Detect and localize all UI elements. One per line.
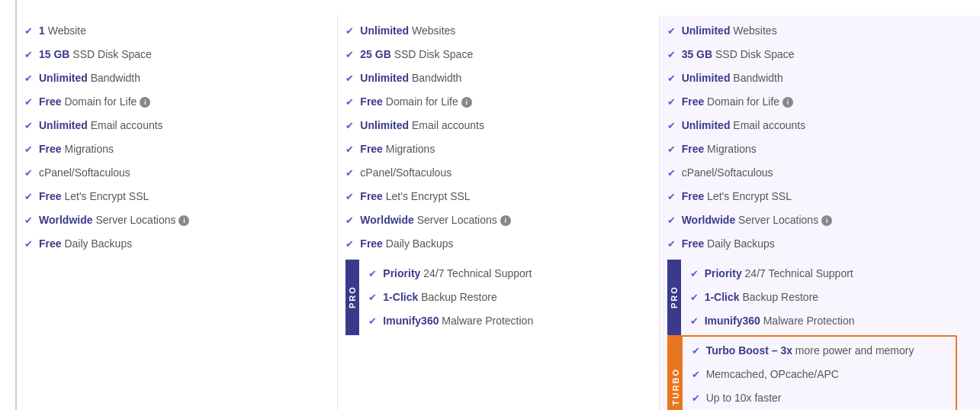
check-icon: ✔ xyxy=(345,95,354,110)
check-icon: ✔ xyxy=(345,189,354,205)
feature-text: Worldwide Server Locationsi xyxy=(682,212,832,228)
plan-column-basic: ✔1 Website✔15 GB SSD Disk Space✔Unlimite… xyxy=(17,15,338,410)
list-item: ✔Imunify360 Malware Protection xyxy=(690,313,953,329)
feature-normal: Website xyxy=(45,24,86,37)
feature-text: Unlimited Email accounts xyxy=(682,118,806,134)
feature-normal: Server Locations xyxy=(93,214,176,226)
check-icon: ✔ xyxy=(667,24,676,39)
feature-bold: Turbo Boost – 3x xyxy=(706,344,792,357)
list-item: ✔Worldwide Server Locationsi xyxy=(345,212,635,228)
feature-bold: Unlimited xyxy=(360,119,409,131)
feature-normal: SSD Disk Space xyxy=(69,48,151,60)
list-item: ✔1-Click Backup Restore xyxy=(368,289,631,305)
check-icon: ✔ xyxy=(667,189,676,205)
feature-normal: Domain for Life xyxy=(62,95,137,108)
list-item: ✔Unlimited Email accounts xyxy=(667,118,957,134)
feature-text: Free Migrations xyxy=(682,141,757,157)
feature-bold: 1 xyxy=(39,24,45,37)
feature-normal: Memcached, OPcache/APC xyxy=(706,368,839,380)
feature-text: 1-Click Backup Restore xyxy=(383,289,496,305)
list-item: ✔Unlimited Bandwidth xyxy=(24,70,314,86)
list-item: ✔Free Domain for Lifei xyxy=(667,94,957,110)
info-icon[interactable]: i xyxy=(782,97,793,108)
feature-bold: Free xyxy=(39,95,62,108)
list-item: ✔1 Website xyxy=(24,23,314,39)
feature-bold: 15 GB xyxy=(39,48,69,60)
feature-normal: 24/7 Technical Support xyxy=(742,267,853,279)
essential-section: ✔Unlimited Websites✔35 GB SSD Disk Space… xyxy=(667,23,957,252)
feature-bold: Free xyxy=(682,143,705,155)
feature-text: Free Let's Encrypt SSL xyxy=(682,189,792,205)
feature-normal: Bandwidth xyxy=(409,72,461,84)
check-icon: ✔ xyxy=(692,391,700,406)
feature-text: cPanel/Softaculous xyxy=(682,165,773,181)
check-icon: ✔ xyxy=(345,166,354,181)
turbo-section: TURBO✔Turbo Boost – 3x more power and me… xyxy=(667,335,957,410)
feature-normal: Domain for Life xyxy=(704,95,779,108)
check-icon: ✔ xyxy=(368,314,377,329)
feature-bold: Worldwide xyxy=(39,214,93,226)
check-icon: ✔ xyxy=(345,213,354,228)
feature-text: Worldwide Server Locationsi xyxy=(39,212,189,228)
feature-normal: Migrations xyxy=(383,143,435,155)
check-icon: ✔ xyxy=(667,47,676,63)
check-icon: ✔ xyxy=(690,314,699,329)
list-item: ✔25 GB SSD Disk Space xyxy=(345,47,635,63)
info-icon[interactable]: i xyxy=(178,215,189,226)
info-icon[interactable]: i xyxy=(461,97,472,108)
feature-bold: Free xyxy=(360,95,383,108)
feature-text: Free Domain for Lifei xyxy=(39,94,150,110)
list-item: ✔Free Domain for Lifei xyxy=(24,94,314,110)
feature-normal: Email accounts xyxy=(88,119,163,131)
check-icon: ✔ xyxy=(345,142,354,157)
feature-normal: Migrations xyxy=(704,143,756,155)
feature-normal: Server Locations xyxy=(414,214,497,226)
essential-section: ✔1 Website✔15 GB SSD Disk Space✔Unlimite… xyxy=(24,23,314,252)
list-item: ✔cPanel/Softaculous xyxy=(667,165,957,181)
feature-normal: Daily Backups xyxy=(383,237,454,250)
feature-normal: Malware Protection xyxy=(439,315,533,327)
list-item: ✔Unlimited Bandwidth xyxy=(667,70,957,86)
info-icon[interactable]: i xyxy=(500,215,511,226)
feature-bold: Free xyxy=(39,237,62,250)
feature-bold: Unlimited xyxy=(682,119,731,131)
info-icon[interactable]: i xyxy=(821,215,832,226)
list-item: ✔Unlimited Email accounts xyxy=(24,118,314,134)
feature-normal: Websites xyxy=(409,24,455,37)
list-item: ✔Free Daily Backups xyxy=(667,236,957,252)
feature-bold: Free xyxy=(39,190,62,202)
feature-normal: cPanel/Softaculous xyxy=(360,166,451,179)
check-icon: ✔ xyxy=(345,237,354,252)
feature-text: cPanel/Softaculous xyxy=(39,165,130,181)
feature-text: Free Daily Backups xyxy=(360,236,453,252)
feature-text: 15 GB SSD Disk Space xyxy=(39,47,152,63)
feature-text: 1-Click Backup Restore xyxy=(705,289,818,305)
check-icon: ✔ xyxy=(667,95,676,110)
feature-text: Unlimited Websites xyxy=(360,23,455,39)
turbo-label: TURBO xyxy=(669,337,683,410)
check-icon: ✔ xyxy=(667,71,676,86)
check-icon: ✔ xyxy=(690,266,699,282)
list-item: ✔Free Migrations xyxy=(24,141,314,157)
feature-normal: Email accounts xyxy=(730,119,805,131)
list-item: ✔Priority 24/7 Technical Support xyxy=(690,266,953,282)
feature-normal: Malware Protection xyxy=(760,315,855,327)
feature-normal: SSD Disk Space xyxy=(391,48,473,60)
info-icon[interactable]: i xyxy=(140,97,150,108)
feature-text: Imunify360 Malware Protection xyxy=(383,313,533,329)
feature-bold: Priority xyxy=(383,267,420,279)
columns-area: ✔1 Website✔15 GB SSD Disk Space✔Unlimite… xyxy=(17,0,980,410)
feature-bold: Free xyxy=(682,237,705,250)
feature-bold: Unlimited xyxy=(682,72,731,84)
check-icon: ✔ xyxy=(24,47,33,63)
feature-text: Unlimited Bandwidth xyxy=(682,70,783,86)
feature-normal: Websites xyxy=(730,24,776,37)
feature-text: Unlimited Email accounts xyxy=(39,118,163,134)
feature-text: Priority 24/7 Technical Support xyxy=(383,266,532,282)
feature-bold: Priority xyxy=(705,267,742,279)
feature-normal: Bandwidth xyxy=(730,72,782,84)
list-item: ✔Priority 24/7 Technical Support xyxy=(368,266,631,282)
list-item: ✔Imunify360 Malware Protection xyxy=(368,313,631,329)
feature-bold: Unlimited xyxy=(360,72,409,84)
feature-bold: Free xyxy=(682,95,705,108)
